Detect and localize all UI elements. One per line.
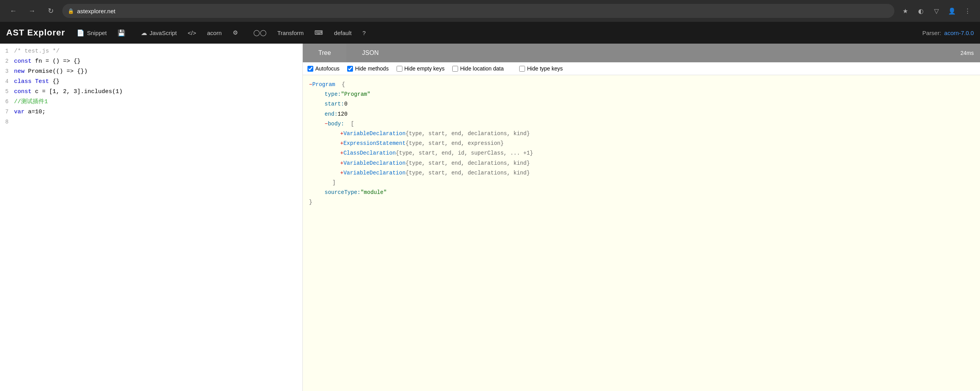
checkbox-autofocus[interactable] — [307, 66, 313, 72]
start-key: start: — [325, 99, 344, 109]
token: fn — [35, 58, 42, 65]
tree-line: start: 0 — [309, 99, 974, 109]
tree-line: end: 120 — [309, 109, 974, 119]
default-label: default — [334, 30, 351, 36]
save-button[interactable]: 💾 — [114, 28, 129, 38]
account-button[interactable]: 👤 — [946, 5, 958, 17]
token: class — [14, 78, 35, 85]
default-button[interactable]: default — [330, 28, 355, 38]
autofocus-label: Autofocus — [315, 65, 339, 72]
snippet-label: Snippet — [87, 30, 107, 36]
code-icon-button[interactable]: </> — [184, 28, 200, 38]
help-button[interactable]: ? — [358, 28, 369, 38]
tab-tree[interactable]: Tree — [303, 44, 346, 62]
tree-line: + VariableDeclaration {type, start, end,… — [309, 168, 974, 178]
keyboard-icon: ⌨ — [314, 29, 323, 36]
body-item-node-3[interactable]: VariableDeclaration — [343, 159, 406, 168]
tree-line: sourceType: "module" — [309, 188, 974, 197]
option-hide-methods[interactable]: Hide methods — [347, 65, 388, 72]
token: const — [14, 58, 35, 65]
expand-icon[interactable]: + — [340, 159, 343, 168]
snippet-button[interactable]: 📄 Snippet — [73, 28, 111, 38]
token: = () => {} — [42, 58, 81, 65]
body-item-props-1: {type, start, end, expression} — [406, 139, 504, 148]
toggle-button[interactable]: ◯◯ — [249, 28, 270, 38]
token: //测试插件1 — [14, 99, 48, 105]
profile-button[interactable]: ◐ — [915, 5, 927, 17]
option-autofocus[interactable]: Autofocus — [307, 65, 339, 72]
token: 10; — [35, 109, 46, 115]
body-collapse[interactable]: − — [325, 119, 328, 129]
transform-button[interactable]: Transform — [274, 28, 308, 38]
checkbox-hide-empty-keys[interactable] — [397, 66, 402, 72]
bookmark-button[interactable]: ★ — [899, 5, 912, 17]
body-item-props-4: {type, start, end, declarations, kind} — [406, 168, 530, 178]
browser-chrome: ← → ↻ 🔒 astexplorer.net ★ ◐ ▽ 👤 ⋮ — [0, 0, 980, 22]
editor-pane[interactable]: 1/* test.js */2const fn = () => {}3new P… — [0, 44, 303, 391]
body-item-props-0: {type, start, end, declarations, kind} — [406, 129, 530, 139]
tab-json[interactable]: JSON — [346, 44, 394, 62]
tree-line: } — [309, 197, 974, 207]
expand-icon[interactable]: + — [340, 129, 343, 139]
help-icon: ? — [362, 30, 365, 36]
code-line: 5const c = [1, 2, 3].includes(1) — [0, 87, 302, 97]
token: /* test.js */ — [14, 48, 60, 55]
keyboard-button[interactable]: ⌨ — [311, 28, 327, 38]
body-item-node-4[interactable]: VariableDeclaration — [343, 168, 406, 178]
option-hide-location[interactable]: Hide location data — [452, 65, 504, 72]
body-item-node-0[interactable]: VariableDeclaration — [343, 129, 406, 139]
code-line: 8 — [0, 118, 302, 128]
code-line: 2const fn = () => {} — [0, 57, 302, 67]
checkbox-hide-location[interactable] — [452, 66, 458, 72]
expand-icon[interactable]: + — [340, 148, 343, 158]
address-bar[interactable]: 🔒 astexplorer.net — [62, 4, 894, 18]
program-node[interactable]: Program — [312, 80, 335, 90]
forward-button[interactable]: → — [25, 4, 39, 18]
parser-button[interactable]: acorn — [203, 28, 226, 38]
snippet-icon: 📄 — [77, 29, 84, 37]
language-button[interactable]: ☁ JavaScript — [137, 28, 181, 38]
option-hide-empty-keys[interactable]: Hide empty keys — [397, 65, 444, 72]
hide-methods-label: Hide methods — [355, 65, 388, 72]
option-hide-type-keys[interactable]: Hide type keys — [519, 65, 563, 72]
app-header: AST Explorer 📄 Snippet 💾 ☁ JavaScript </… — [0, 22, 980, 44]
collapse-icon[interactable]: − — [309, 80, 312, 90]
line-number: 1 — [0, 47, 14, 57]
browser-actions: ★ ◐ ▽ 👤 ⋮ — [899, 5, 974, 17]
expand-icon[interactable]: + — [340, 139, 343, 148]
settings-button[interactable]: ⚙ — [229, 28, 242, 38]
line-code: new Promise(() => {}) — [14, 67, 302, 77]
toggle-icon: ◯◯ — [253, 29, 267, 36]
expand-icon[interactable]: + — [340, 168, 343, 178]
parser-link[interactable]: acorn-7.0.0 — [944, 30, 974, 36]
settings-icon: ⚙ — [233, 29, 238, 36]
tree-line: − body: [ — [309, 119, 974, 129]
line-number: 4 — [0, 77, 14, 87]
menu-button[interactable]: ⋮ — [961, 5, 974, 17]
token: c = [1, 2, 3].includes(1) — [35, 88, 123, 95]
hide-location-label: Hide location data — [460, 65, 504, 72]
token: = — [32, 109, 35, 115]
line-code: class Test {} — [14, 77, 302, 87]
extensions-button[interactable]: ▽ — [930, 5, 943, 17]
checkbox-hide-type-keys[interactable] — [519, 66, 525, 72]
tree-line: − Program { — [309, 80, 974, 90]
code-line: 1/* test.js */ — [0, 47, 302, 57]
line-code: //测试插件1 — [14, 97, 302, 107]
source-type-key: sourceType: — [325, 188, 360, 197]
ast-tree[interactable]: − Program {type: "Program"start: 0end: 1… — [303, 75, 980, 391]
ast-options: Autofocus Hide methods Hide empty keys H… — [303, 62, 980, 75]
body-close: ] — [332, 178, 335, 188]
checkbox-hide-methods[interactable] — [347, 66, 353, 72]
type-key: type: — [325, 90, 341, 99]
line-code: const fn = () => {} — [14, 57, 302, 67]
line-number: 6 — [0, 97, 14, 107]
reload-button[interactable]: ↻ — [44, 4, 58, 18]
line-code: const c = [1, 2, 3].includes(1) — [14, 87, 302, 97]
back-button[interactable]: ← — [6, 4, 20, 18]
hide-empty-keys-label: Hide empty keys — [404, 65, 444, 72]
body-item-node-2[interactable]: ClassDeclaration — [343, 148, 395, 158]
language-label: JavaScript — [149, 30, 177, 36]
body-item-node-1[interactable]: ExpressionStatement — [343, 139, 406, 148]
type-value: "Program" — [341, 90, 371, 99]
